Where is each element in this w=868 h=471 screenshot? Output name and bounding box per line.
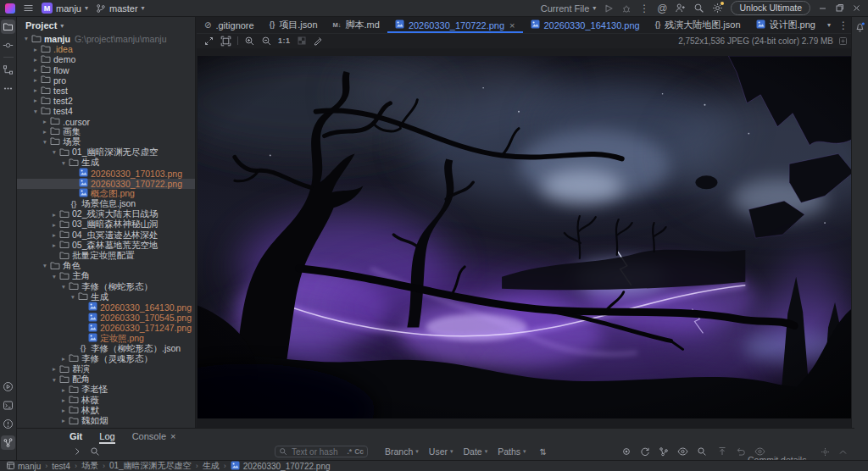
commit-tool-icon[interactable] bbox=[1, 38, 15, 53]
tree-row[interactable]: ▸画集 bbox=[17, 127, 195, 137]
close-window-icon[interactable] bbox=[852, 3, 861, 13]
tree-collapsed-icon[interactable]: ▸ bbox=[59, 387, 68, 394]
transparency-grid-icon[interactable] bbox=[297, 36, 307, 46]
run-configuration-widget[interactable]: Current File ▾ bbox=[541, 3, 596, 14]
tree-collapsed-icon[interactable]: ▸ bbox=[50, 232, 58, 239]
settings-icon[interactable] bbox=[712, 3, 723, 14]
search-everywhere-icon[interactable] bbox=[693, 3, 704, 14]
tree-expanded-icon[interactable]: ▾ bbox=[59, 160, 68, 167]
tree-expanded-icon[interactable]: ▾ bbox=[50, 274, 58, 280]
close-icon[interactable]: × bbox=[170, 431, 175, 441]
project-panel-header[interactable]: Project ▾ bbox=[17, 17, 195, 34]
unlock-ultimate-button[interactable]: Unlock Ultimate bbox=[731, 1, 810, 15]
refresh-icon[interactable] bbox=[640, 446, 650, 457]
tree-expanded-icon[interactable]: ▾ bbox=[50, 377, 58, 384]
maximize-window-icon[interactable] bbox=[835, 3, 844, 13]
image-viewer[interactable] bbox=[197, 48, 854, 428]
edit-externally-icon[interactable] bbox=[313, 36, 323, 46]
tree-row[interactable]: ▸魏如烟 bbox=[17, 416, 195, 426]
tree-collapsed-icon[interactable]: ▸ bbox=[41, 129, 49, 136]
project-widget[interactable]: M manju ▾ bbox=[42, 3, 88, 14]
editor-tab[interactable]: {}项目.json bbox=[262, 17, 326, 33]
search-log-icon[interactable] bbox=[90, 446, 100, 457]
tree-expanded-icon[interactable]: ▾ bbox=[22, 36, 31, 42]
tree-row[interactable]: 20260330_164130.png bbox=[17, 302, 195, 313]
breadcrumb-item[interactable]: 生成 bbox=[203, 460, 220, 471]
tree-collapsed-icon[interactable]: ▸ bbox=[59, 407, 68, 414]
hide-panel-icon[interactable] bbox=[838, 447, 848, 457]
tree-row[interactable]: ▸test bbox=[17, 86, 195, 96]
ai-assistant-icon[interactable]: @ bbox=[657, 3, 667, 14]
tree-row[interactable]: ▸test2 bbox=[17, 96, 195, 106]
editor-tab[interactable]: M↓脚本.md bbox=[326, 17, 387, 33]
tree-collapsed-icon[interactable]: ▸ bbox=[31, 57, 40, 64]
breadcrumb-item[interactable]: test4 bbox=[52, 462, 70, 471]
minimize-window-icon[interactable] bbox=[818, 3, 827, 13]
editor-tab[interactable]: 设计图.png bbox=[748, 17, 821, 33]
find-commit-icon[interactable] bbox=[697, 446, 707, 457]
viewer-options-icon[interactable] bbox=[838, 36, 848, 46]
tree-row[interactable]: 批量定妆照配置 bbox=[17, 251, 195, 261]
tab-options-icon[interactable]: ⋮ bbox=[838, 19, 849, 31]
tree-row[interactable]: ▸群演 bbox=[17, 364, 195, 374]
tree-collapsed-icon[interactable]: ▸ bbox=[31, 77, 40, 84]
branch-widget[interactable]: master ▾ bbox=[96, 3, 145, 14]
tree-row[interactable]: ▸pro bbox=[17, 75, 195, 86]
breadcrumb-item[interactable]: manju bbox=[7, 462, 41, 471]
zoom-to-fit-icon[interactable] bbox=[203, 36, 214, 47]
regex-toggle-icon[interactable]: .* bbox=[347, 447, 352, 456]
debug-icon[interactable] bbox=[621, 3, 632, 14]
tree-expanded-icon[interactable]: ▾ bbox=[41, 139, 49, 146]
breadcrumb-item[interactable]: 20260330_170722.png bbox=[231, 461, 331, 471]
sort-icon[interactable]: ⇅ bbox=[540, 447, 547, 457]
tree-row[interactable]: ▾角色 bbox=[17, 261, 195, 271]
breadcrumb-item[interactable]: 场景 bbox=[81, 460, 98, 471]
close-tab-icon[interactable]: × bbox=[509, 20, 515, 30]
more-tool-windows-icon[interactable] bbox=[1, 81, 15, 96]
main-menu-icon[interactable] bbox=[23, 3, 34, 14]
hidden-tabs-icon[interactable]: ▾ bbox=[827, 21, 831, 29]
tree-row[interactable]: ▸.idea bbox=[17, 44, 195, 54]
tree-row[interactable]: 20260330_170545.png bbox=[17, 313, 195, 323]
tree-collapsed-icon[interactable]: ▸ bbox=[59, 418, 68, 424]
tree-row[interactable]: ▸林薇 bbox=[17, 396, 195, 406]
tree-row[interactable]: ▾manjuG:\project\manju\manju bbox=[17, 34, 195, 44]
version-control-tool-icon[interactable] bbox=[1, 435, 15, 450]
tree-row[interactable]: ▾生成 bbox=[17, 158, 195, 168]
tree-collapsed-icon[interactable]: ▸ bbox=[31, 97, 40, 104]
tree-collapsed-icon[interactable]: ▸ bbox=[59, 356, 68, 363]
tree-expanded-icon[interactable]: ▾ bbox=[59, 284, 68, 291]
more-actions-icon[interactable]: ⋮ bbox=[639, 3, 649, 14]
tree-collapsed-icon[interactable]: ▸ bbox=[31, 87, 40, 94]
tree-row[interactable]: ▸demo bbox=[17, 54, 195, 64]
notifications-bell-icon[interactable] bbox=[853, 19, 867, 34]
services-tool-icon[interactable] bbox=[1, 380, 15, 394]
git-filter-paths[interactable]: Paths▾ bbox=[498, 446, 526, 457]
actual-size-icon[interactable]: 1:1 bbox=[278, 36, 291, 45]
tree-collapsed-icon[interactable]: ▸ bbox=[59, 397, 68, 404]
breadcrumb-item[interactable]: 01_幽暗深渊无尽虚空 bbox=[109, 460, 192, 471]
tree-collapsed-icon[interactable]: ▸ bbox=[41, 119, 49, 125]
tree-collapsed-icon[interactable]: ▸ bbox=[50, 212, 58, 219]
problems-tool-icon[interactable] bbox=[1, 417, 15, 431]
push-icon[interactable] bbox=[717, 446, 727, 457]
git-filter-date[interactable]: Date▾ bbox=[463, 446, 487, 457]
terminal-tool-icon[interactable] bbox=[1, 398, 15, 413]
tree-row[interactable]: ▾01_幽暗深渊无尽虚空 bbox=[17, 147, 195, 158]
tree-expanded-icon[interactable]: ▾ bbox=[50, 149, 58, 156]
git-tab-console[interactable]: Console × bbox=[132, 429, 176, 444]
editor-tab[interactable]: {}残演大陆地图.json bbox=[648, 17, 748, 33]
tree-collapsed-icon[interactable]: ▸ bbox=[31, 67, 40, 74]
git-search-field[interactable]: .* Cc bbox=[275, 446, 368, 457]
tree-row[interactable]: ▾生成 bbox=[17, 292, 195, 302]
project-tool-icon[interactable] bbox=[1, 19, 15, 34]
tree-collapsed-icon[interactable]: ▸ bbox=[50, 222, 58, 229]
tree-row[interactable]: ▸.cursor bbox=[17, 117, 195, 127]
tree-collapsed-icon[interactable]: ▸ bbox=[50, 242, 58, 249]
tree-row[interactable]: ▾test4 bbox=[17, 106, 195, 116]
tree-expanded-icon[interactable]: ▾ bbox=[41, 263, 49, 269]
tree-expanded-icon[interactable]: ▾ bbox=[69, 294, 77, 301]
tree-expanded-icon[interactable]: ▾ bbox=[31, 108, 40, 115]
panel-settings-icon[interactable] bbox=[821, 447, 830, 457]
fit-actual-size-icon[interactable] bbox=[220, 36, 231, 47]
